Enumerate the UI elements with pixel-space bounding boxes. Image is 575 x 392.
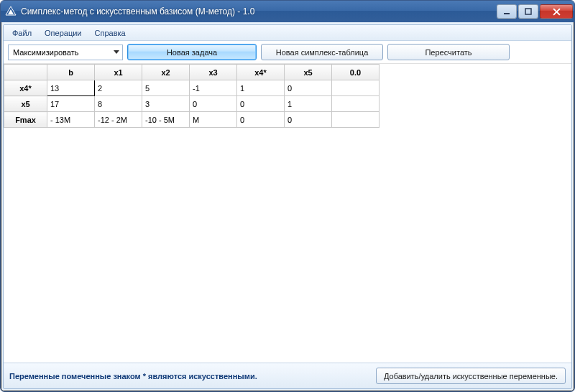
col-header[interactable]: b: [47, 65, 95, 80]
recalculate-button[interactable]: Пересчитать: [387, 44, 510, 60]
menu-operations[interactable]: Операции: [39, 27, 87, 39]
mode-select-value: Максимизировать: [13, 48, 78, 57]
manage-artificial-vars-button[interactable]: Добавить/удалить искусственные переменны…: [376, 368, 566, 384]
table-cell[interactable]: 0: [190, 96, 237, 112]
table-row: Fmax - 13M -12 - 2M -10 - 5M M 0 0: [4, 112, 380, 128]
table-cell[interactable]: 17: [47, 96, 95, 112]
toolbar: Максимизировать Новая задача Новая симпл…: [4, 41, 571, 64]
app-window: Симплекс-метод с искусственным базисом (…: [0, 0, 575, 392]
table-header-row: b x1 x2 x3 x4* x5 0.0: [4, 65, 380, 80]
table-cell[interactable]: 5: [142, 80, 190, 96]
window-buttons: [497, 4, 573, 19]
col-header[interactable]: x3: [190, 65, 237, 80]
table-cell[interactable]: 2: [95, 80, 142, 96]
mode-select[interactable]: Максимизировать: [8, 45, 123, 60]
close-button[interactable]: [540, 4, 573, 19]
chevron-down-icon: [114, 50, 119, 54]
svg-rect-3: [525, 9, 531, 14]
table-row: x5 17 8 3 0 0 1: [4, 96, 380, 112]
statusbar: Переменные помеченные знаком * являются …: [4, 363, 571, 388]
table-cell[interactable]: 0: [285, 80, 332, 96]
table-cell[interactable]: -12 - 2M: [95, 112, 142, 128]
menubar: Файл Операции Справка: [4, 25, 571, 41]
table-cell[interactable]: 1: [285, 96, 332, 112]
table-cell-active[interactable]: 13: [47, 80, 95, 96]
table-cell[interactable]: -1: [190, 80, 237, 96]
table-cell[interactable]: [332, 80, 380, 96]
table-cell[interactable]: 0: [237, 96, 285, 112]
new-task-button[interactable]: Новая задача: [127, 44, 257, 60]
corner-header: [4, 65, 47, 80]
table-cell[interactable]: [332, 96, 380, 112]
window-title: Симплекс-метод с искусственным базисом (…: [21, 6, 497, 17]
client-area: Файл Операции Справка Максимизировать Но…: [3, 24, 572, 389]
table-row: x4* 13 2 5 -1 1 0: [4, 80, 380, 96]
col-header[interactable]: x2: [142, 65, 190, 80]
new-simplex-table-button[interactable]: Новая симплекс-таблица: [261, 44, 383, 60]
maximize-button[interactable]: [518, 4, 538, 19]
titlebar[interactable]: Симплекс-метод с искусственным базисом (…: [1, 1, 574, 22]
col-header[interactable]: x5: [285, 65, 332, 80]
table-cell[interactable]: 3: [142, 96, 190, 112]
row-header[interactable]: x4*: [4, 80, 47, 96]
table-cell[interactable]: [332, 112, 380, 128]
col-header[interactable]: x4*: [237, 65, 285, 80]
main-area: b x1 x2 x3 x4* x5 0.0 x4* 13 2 5 -1 1 0: [4, 64, 571, 363]
status-note: Переменные помеченные знаком * являются …: [9, 372, 257, 381]
table-cell[interactable]: - 13M: [47, 112, 95, 128]
minimize-button[interactable]: [497, 4, 517, 19]
menu-help[interactable]: Справка: [89, 27, 132, 39]
col-header[interactable]: 0.0: [332, 65, 380, 80]
table-cell[interactable]: 8: [95, 96, 142, 112]
table-cell[interactable]: 1: [237, 80, 285, 96]
simplex-table[interactable]: b x1 x2 x3 x4* x5 0.0 x4* 13 2 5 -1 1 0: [4, 64, 380, 128]
table-cell[interactable]: 0: [237, 112, 285, 128]
menu-file[interactable]: Файл: [6, 27, 37, 39]
table-cell[interactable]: 0: [285, 112, 332, 128]
table-cell[interactable]: M: [190, 112, 237, 128]
app-icon: [5, 6, 17, 17]
svg-rect-2: [504, 13, 510, 14]
col-header[interactable]: x1: [95, 65, 142, 80]
table-cell[interactable]: -10 - 5M: [142, 112, 190, 128]
row-header[interactable]: Fmax: [4, 112, 47, 128]
row-header[interactable]: x5: [4, 96, 47, 112]
